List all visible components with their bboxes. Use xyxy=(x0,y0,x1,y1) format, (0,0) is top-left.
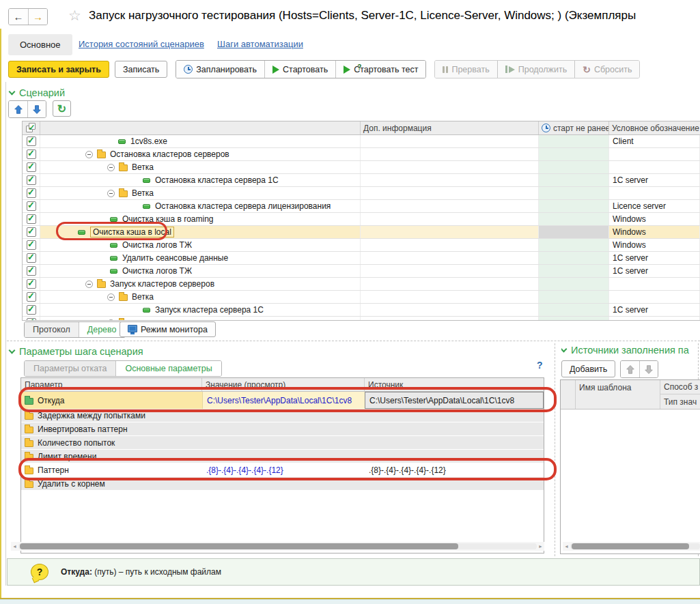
table-row[interactable]: ✓ Очистка логов ТЖ Windows xyxy=(23,239,700,252)
row-checkbox[interactable]: ✓ xyxy=(23,239,40,251)
param-row[interactable]: Количество попыток xyxy=(21,436,544,450)
row-checkbox[interactable]: ✓ xyxy=(23,278,40,290)
row-checkbox[interactable]: ✓ xyxy=(23,174,40,186)
collapse-expander-icon[interactable] xyxy=(107,190,115,197)
param-row[interactable]: Инвертировать паттерн xyxy=(21,422,544,436)
start-test-button[interactable]: ? Стартовать тест xyxy=(335,61,425,78)
source-column-header[interactable]: Источник xyxy=(365,378,544,391)
continue-button[interactable]: Продолжить xyxy=(497,61,574,78)
move-up-button-disabled[interactable] xyxy=(621,361,639,377)
select-all-header[interactable]: ✓ xyxy=(23,121,40,134)
row-checkbox[interactable]: ✓ xyxy=(23,187,40,199)
tree-indent xyxy=(40,284,85,285)
move-down-button[interactable] xyxy=(27,101,46,117)
table-row[interactable]: ✓ xyxy=(23,317,700,321)
param-name-cell: Задержка между попытками xyxy=(21,409,202,422)
collapse-expander-icon[interactable] xyxy=(85,151,93,158)
fill-sources-section-header[interactable]: Источники заполнения па xyxy=(561,345,698,356)
row-checkbox[interactable]: ✓ xyxy=(23,200,40,212)
monitor-mode-button[interactable]: Режим монитора xyxy=(120,321,216,337)
schedule-button[interactable]: Запланировать xyxy=(176,61,264,78)
panel-splitter[interactable] xyxy=(555,343,555,556)
row-checkbox[interactable]: ✓ xyxy=(23,291,40,303)
row-checkbox[interactable]: ✓ xyxy=(23,304,40,316)
table-row[interactable]: ✓ Ветка xyxy=(23,161,700,174)
collapse-expander-icon[interactable] xyxy=(107,319,115,321)
info-column-header[interactable]: Доп. информация xyxy=(361,121,539,134)
move-down-button-disabled[interactable] xyxy=(639,361,658,377)
tab-scenario-history[interactable]: История состояний сценариев xyxy=(79,39,204,49)
interrupt-button[interactable]: Прервать xyxy=(435,61,496,78)
table-row[interactable]: ✓ Очистка кэша в local Windows xyxy=(23,226,700,239)
collapse-expander-icon[interactable] xyxy=(107,164,115,171)
scrollbar-thumb[interactable] xyxy=(572,543,689,549)
row-checkbox[interactable]: ✓ xyxy=(23,226,40,238)
back-button[interactable]: ← xyxy=(9,9,28,25)
view-tree-button[interactable]: Дерево xyxy=(79,322,125,337)
collapse-expander-icon[interactable] xyxy=(107,293,115,301)
save-button[interactable]: Записать xyxy=(115,61,167,78)
scroll-left-icon[interactable]: ◄ xyxy=(11,544,18,549)
move-up-button[interactable] xyxy=(9,101,27,117)
clock-icon xyxy=(542,124,550,132)
row-checkbox[interactable]: ✓ xyxy=(23,317,40,321)
tab-main-params[interactable]: Основные параметры xyxy=(115,361,221,376)
start-column-header[interactable]: старт не ранее... xyxy=(539,121,609,134)
table-row[interactable]: ✓ Очистка логов ТЖ 1C server xyxy=(23,265,700,278)
name-column-header[interactable] xyxy=(40,121,361,134)
value-column-header[interactable]: Значение (просмотр) xyxy=(202,378,365,391)
row-checkbox[interactable]: ✓ xyxy=(23,252,40,264)
param-row[interactable]: Задержка между попытками xyxy=(21,409,544,422)
forward-button[interactable]: → xyxy=(28,9,47,25)
param-value-cell xyxy=(202,450,365,463)
param-value-cell xyxy=(202,409,365,422)
row-checkbox[interactable]: ✓ xyxy=(23,135,40,147)
tab-rollback-params[interactable]: Параметры отката xyxy=(25,361,115,376)
table-row[interactable]: ✓ 1cv8s.exe Client xyxy=(23,135,700,148)
start-button[interactable]: Стартовать xyxy=(264,61,335,78)
save-and-close-button[interactable]: Записать и закрыть xyxy=(8,61,109,78)
step-params-section-header[interactable]: Параметры шага сценария xyxy=(10,346,143,357)
table-row[interactable]: ✓ Удалить сеансовые данные 1C server xyxy=(23,252,700,265)
table-row[interactable]: ✓ Остановка кластеров серверов xyxy=(23,148,700,161)
scroll-right-icon[interactable]: ► xyxy=(537,544,544,549)
tab-automation-steps[interactable]: Шаги автоматизации xyxy=(217,39,303,49)
method-column-header[interactable]: Способ з xyxy=(660,380,700,394)
table-row[interactable]: ✓ Запуск кластера сервера 1С 1C server xyxy=(23,304,700,317)
param-column-header[interactable]: Параметр xyxy=(21,378,202,391)
row-checkbox[interactable]: ✓ xyxy=(23,161,40,173)
table-row[interactable]: ✓ Остановка кластера сервера лицензирова… xyxy=(23,200,700,213)
tab-main[interactable]: Основное xyxy=(8,34,72,55)
row-checkbox[interactable]: ✓ xyxy=(23,265,40,277)
scenario-tree-body: ✓ 1cv8s.exe Client ✓ Остановка кластеров… xyxy=(23,135,700,321)
table-row[interactable]: ✓ Остановка кластера сервера 1С 1C serve… xyxy=(23,174,700,187)
template-name-column-header[interactable]: Имя шаблона xyxy=(576,380,660,409)
folder-icon xyxy=(97,152,106,158)
table-row[interactable]: ✓ Запуск кластеров серверов xyxy=(23,278,700,291)
help-link[interactable]: ? xyxy=(537,360,543,371)
favorite-star-icon[interactable]: ☆ xyxy=(68,8,81,24)
table-row[interactable]: ✓ Очистка кэша в roaming Windows xyxy=(23,213,700,226)
params-hscrollbar[interactable]: ◄ ► xyxy=(11,542,544,551)
scrollbar-thumb[interactable] xyxy=(20,543,458,549)
scroll-left-icon[interactable]: ◄ xyxy=(563,544,570,549)
check-icon: ✓ xyxy=(27,189,35,196)
legend-column-header[interactable]: Условное обозначение ед xyxy=(609,121,700,134)
param-row[interactable]: Откуда C:\Users\Tester\AppData\Local\1C\… xyxy=(21,392,544,409)
table-row[interactable]: ✓ Ветка xyxy=(23,187,700,200)
value-type-column-header[interactable]: Тип знач xyxy=(660,394,700,409)
collapse-expander-icon[interactable] xyxy=(85,281,93,288)
param-row[interactable]: Лимит времени xyxy=(21,450,544,463)
param-row[interactable]: Удалить с корнем xyxy=(21,477,544,491)
scenario-section-header[interactable]: Сценарий xyxy=(10,87,65,98)
param-row[interactable]: Паттерн .{8}-.{4}-.{4}-.{4}-.{12} .{8}-.… xyxy=(21,463,544,477)
refresh-button[interactable]: ↻ xyxy=(53,100,71,117)
view-protocol-button[interactable]: Протокол xyxy=(25,322,79,337)
fill-sources-hscrollbar[interactable]: ◄ xyxy=(563,542,700,551)
reset-button[interactable]: ↻ Сбросить xyxy=(574,61,639,78)
form-left-border xyxy=(5,82,6,586)
row-checkbox[interactable]: ✓ xyxy=(23,148,40,160)
add-button[interactable]: Добавить xyxy=(561,360,615,377)
table-row[interactable]: ✓ Ветка xyxy=(23,291,700,304)
row-checkbox[interactable]: ✓ xyxy=(23,213,40,225)
